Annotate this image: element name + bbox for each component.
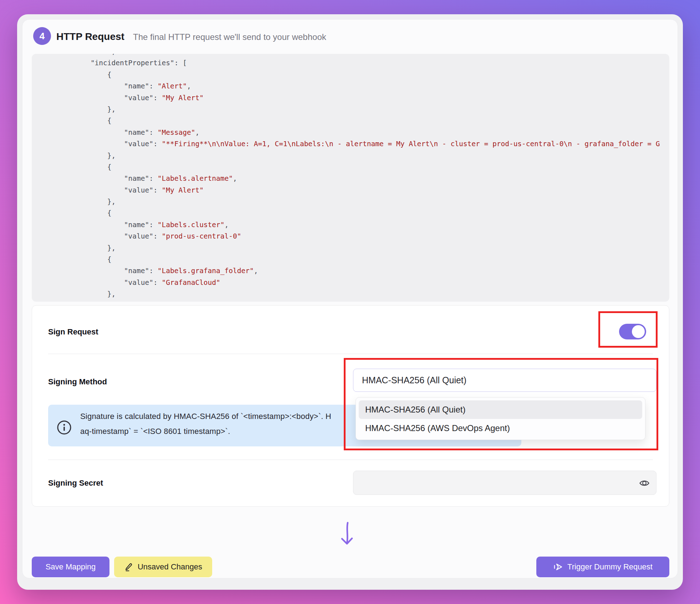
card-content: 4 HTTP Request The final HTTP request we… [22, 19, 678, 578]
code-line: }, [40, 150, 661, 162]
code-line: "value": "GrafanaCloud" [40, 277, 661, 288]
info-text-line1: Signature is calculated by HMAC-SHA256 o… [80, 412, 331, 421]
signing-method-select[interactable]: HMAC-SHA256 (All Quiet) [353, 369, 656, 392]
step-number-badge: 4 [33, 27, 51, 45]
trigger-dummy-request-button[interactable]: Trigger Dummy Request [536, 557, 669, 577]
trigger-icon [553, 562, 563, 572]
divider [48, 460, 653, 460]
code-content: "...", "incidentProperties": [ { "name":… [40, 54, 661, 302]
code-line: { [40, 300, 661, 302]
trigger-dummy-request-label: Trigger Dummy Request [567, 562, 653, 572]
signing-panel: Sign Request Signing Method HMAC-SHA256 … [32, 305, 669, 507]
code-line: "name": "Labels.cluster", [40, 219, 661, 231]
step-number: 4 [40, 31, 45, 42]
section-header: 4 HTTP Request The final HTTP request we… [22, 20, 678, 54]
divider [48, 354, 653, 354]
code-line: "value": "prod-us-central-0" [40, 231, 661, 242]
code-line: { [40, 162, 661, 173]
unsaved-changes-label: Unsaved Changes [138, 562, 202, 572]
code-line: { [40, 69, 661, 81]
code-line: "name": "Alert", [40, 81, 661, 92]
save-mapping-button[interactable]: Save Mapping [32, 557, 109, 577]
code-line: "value": "My Alert" [40, 92, 661, 104]
http-request-code-block: "...", "incidentProperties": [ { "name":… [32, 54, 669, 302]
sign-request-label: Sign Request [48, 327, 98, 337]
page-background: { "header": { "step": "4", "title": "HTT… [0, 0, 700, 604]
code-line: "incidentProperties": [ [40, 57, 661, 69]
info-text-line2: aq-timestamp` = `<ISO 8601 timestamp>`. [80, 427, 230, 436]
code-line: "...", [40, 54, 661, 57]
code-line: }, [40, 104, 661, 115]
signing-method-menu: HMAC-SHA256 (All Quiet)HMAC-SHA256 (AWS … [356, 397, 645, 440]
code-line: { [40, 208, 661, 219]
down-arrow-icon [339, 522, 355, 550]
code-line: "name": "Labels.grafana_folder", [40, 265, 661, 277]
code-line: }, [40, 288, 661, 300]
info-icon [56, 420, 72, 435]
signing-method-option[interactable]: HMAC-SHA256 (AWS DevOps Agent) [359, 419, 642, 437]
signing-secret-label: Signing Secret [48, 478, 103, 488]
eye-icon[interactable] [639, 478, 650, 488]
code-line: }, [40, 242, 661, 254]
save-mapping-label: Save Mapping [46, 562, 96, 572]
page-subtitle: The final HTTP request we'll send to you… [133, 32, 326, 42]
sign-request-toggle[interactable] [619, 324, 646, 339]
code-line: }, [40, 196, 661, 208]
pencil-icon [124, 562, 133, 572]
toggle-knob [632, 325, 645, 338]
signing-method-label: Signing Method [48, 377, 107, 387]
code-line: "name": "Message", [40, 127, 661, 138]
signing-secret-input[interactable] [353, 471, 656, 495]
code-line: "value": "**Firing**\n\nValue: A=1, C=1\… [40, 138, 661, 150]
signing-method-selected-value: HMAC-SHA256 (All Quiet) [362, 375, 466, 385]
page-title: HTTP Request [56, 31, 124, 42]
code-line: "name": "Labels.alertname", [40, 173, 661, 184]
code-line: { [40, 254, 661, 265]
signing-method-option[interactable]: HMAC-SHA256 (All Quiet) [359, 400, 642, 419]
main-card: 4 HTTP Request The final HTTP request we… [17, 14, 683, 590]
code-line: "value": "My Alert" [40, 185, 661, 196]
unsaved-changes-button[interactable]: Unsaved Changes [114, 557, 212, 577]
code-line: { [40, 115, 661, 127]
